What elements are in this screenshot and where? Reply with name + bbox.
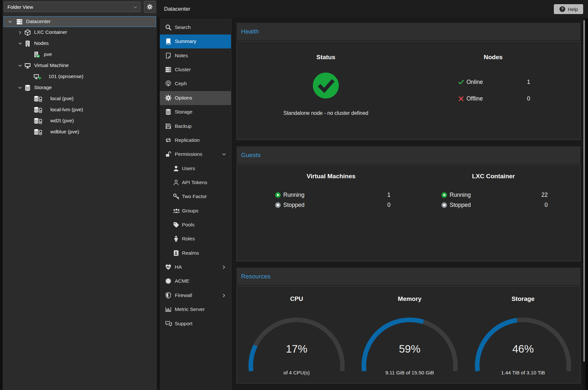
help-button[interactable]: ? Help: [554, 4, 583, 14]
menu-item-label: Ceph: [175, 81, 187, 87]
building-check-icon: [33, 51, 40, 58]
person-icon: [173, 235, 179, 242]
menu-item-summary[interactable]: Summary: [160, 34, 231, 48]
menu-item-metric-server[interactable]: Metric Server: [160, 303, 231, 316]
chevron-right-icon[interactable]: [18, 30, 22, 35]
guest-column-heading: LXC Container: [412, 173, 575, 180]
unlock-icon: [165, 151, 172, 157]
window-edge-right: [585, 18, 588, 390]
floppy-icon: [165, 123, 172, 129]
menu-item-label: Notes: [175, 53, 188, 59]
monitor-icon: [24, 62, 31, 69]
tree-item-nodes[interactable]: Nodes: [4, 38, 156, 49]
menu-item-options[interactable]: Options: [160, 91, 231, 105]
scrollbar-thumb[interactable]: [583, 20, 585, 362]
address-book-icon: [173, 250, 179, 256]
health-panel-header: Health: [236, 23, 581, 40]
server-rack-icon: [16, 19, 23, 25]
server-rack-icon: [165, 66, 172, 73]
chevron-right-icon: [222, 293, 226, 298]
key-icon: [173, 193, 179, 200]
menu-item-api-tokens[interactable]: API Tokens: [160, 176, 231, 190]
tree-header: Folder View: [3, 0, 157, 14]
menu-item-users[interactable]: Users: [160, 162, 231, 176]
check-icon: [458, 79, 464, 85]
gauge-detail-cpu: of 4 CPU(s): [246, 370, 347, 376]
heartbeat-icon: [165, 264, 172, 270]
cross-icon: [458, 96, 464, 102]
menu-item-storage[interactable]: Storage: [160, 105, 231, 119]
menu-item-label: Groups: [182, 208, 198, 214]
tree-item-local-lvm-pve[interactable]: local-lvm (pve): [4, 105, 156, 115]
shield-icon: [165, 292, 172, 299]
menu-item-label: Cluster: [175, 67, 191, 73]
tree-settings-button[interactable]: [144, 1, 156, 13]
play-status-icon: [441, 192, 447, 198]
gauge-heading-memory: Memory: [359, 295, 460, 303]
menu-item-two-factor[interactable]: Two Factor: [160, 190, 231, 204]
users-icon: [173, 208, 180, 214]
tree-item-label: local (pve): [50, 96, 74, 101]
menu-item-cluster[interactable]: Cluster: [160, 63, 231, 77]
chevron-down-icon[interactable]: [18, 63, 22, 68]
menu-item-backup[interactable]: Backup: [160, 119, 231, 133]
health-panel-body: Status Standalone node - no cluster defi…: [236, 41, 581, 140]
menu-item-firewall[interactable]: Firewall: [160, 289, 231, 303]
chevron-down-icon[interactable]: [8, 20, 12, 24]
menu-item-acme[interactable]: ACME: [160, 274, 231, 288]
tree-item-label: wdblue (pve): [50, 129, 79, 135]
tree-item-virtual-machine[interactable]: Virtual Machine: [4, 61, 156, 71]
menu-item-notes[interactable]: Notes: [160, 49, 231, 63]
tree-item-storage[interactable]: Storage: [4, 83, 156, 93]
menu-item-realms[interactable]: Realms: [160, 246, 231, 260]
gauge-detail-memory: 9.11 GiB of 15.50 GiB: [359, 370, 460, 376]
proxmox-app: Folder View DatacenterLXC ContainerNodes…: [0, 0, 588, 390]
menu-item-ha[interactable]: HA: [160, 260, 231, 274]
status-label: Running: [450, 192, 471, 198]
tree-item-local-pve[interactable]: local (pve): [4, 94, 156, 104]
chevron-down-icon[interactable]: [18, 86, 22, 90]
view-mode-label: Folder View: [7, 4, 33, 10]
database-disk-icon: [33, 129, 43, 135]
resources-panel-body: CPU 17%of 4 CPU(s)Memory 59%9.11 GiB of …: [236, 286, 581, 383]
tree-item-wd2t-pve[interactable]: wd2t (pve): [4, 116, 156, 127]
menu-item-ceph[interactable]: Ceph: [160, 77, 231, 91]
gauge-detail-storage: 1.44 TiB of 3.10 TiB: [473, 370, 573, 376]
tree-item-pve[interactable]: pve: [4, 49, 156, 60]
chevron-down-icon: [222, 152, 226, 157]
status-label: Online: [467, 79, 483, 86]
view-mode-select[interactable]: Folder View: [4, 2, 141, 12]
menu-item-groups[interactable]: Groups: [160, 204, 231, 218]
tree-item-label: pve: [44, 51, 52, 57]
menu-item-label: Pools: [182, 222, 195, 228]
panel-splitter[interactable]: [157, 0, 160, 390]
search-icon: [165, 24, 172, 31]
menu-item-permissions[interactable]: Permissions: [160, 147, 231, 161]
menu-item-pools[interactable]: Pools: [160, 218, 231, 232]
guest-column-heading: Virtual Machines: [250, 173, 412, 180]
menu-item-search[interactable]: Search: [160, 20, 231, 34]
tree-item-101-opnsense[interactable]: 101 (opnsense): [4, 72, 156, 82]
menu-item-label: Support: [175, 321, 192, 327]
menu-item-label: Users: [182, 166, 195, 171]
status-label: Offline: [467, 95, 483, 102]
menu-item-label: Firewall: [175, 292, 192, 298]
tree-item-label: Storage: [34, 85, 52, 90]
tree-item-lxc-container[interactable]: LXC Container: [4, 27, 156, 38]
menu-item-replication[interactable]: Replication: [160, 133, 231, 147]
nodes-heading: Nodes: [428, 54, 558, 61]
menu-item-label: ACME: [175, 278, 189, 284]
vertical-scrollbar: [583, 18, 585, 390]
menu-item-support[interactable]: Support: [160, 317, 231, 331]
stop-status-icon: [441, 202, 447, 208]
tree-item-label: Nodes: [34, 40, 49, 46]
tree-item-datacenter[interactable]: Datacenter: [4, 16, 156, 27]
datacenter-menu: SearchSummaryNotesClusterCephOptionsStor…: [160, 18, 231, 390]
chevron-down-icon[interactable]: [18, 41, 22, 46]
user-icon: [173, 165, 179, 172]
monitor-play-icon: [33, 74, 42, 80]
menu-item-roles[interactable]: Roles: [160, 232, 231, 246]
tree-item-wdblue-pve[interactable]: wdblue (pve): [4, 127, 156, 138]
database-disk-icon: [33, 118, 43, 124]
health-panel-title: Health: [241, 28, 259, 35]
